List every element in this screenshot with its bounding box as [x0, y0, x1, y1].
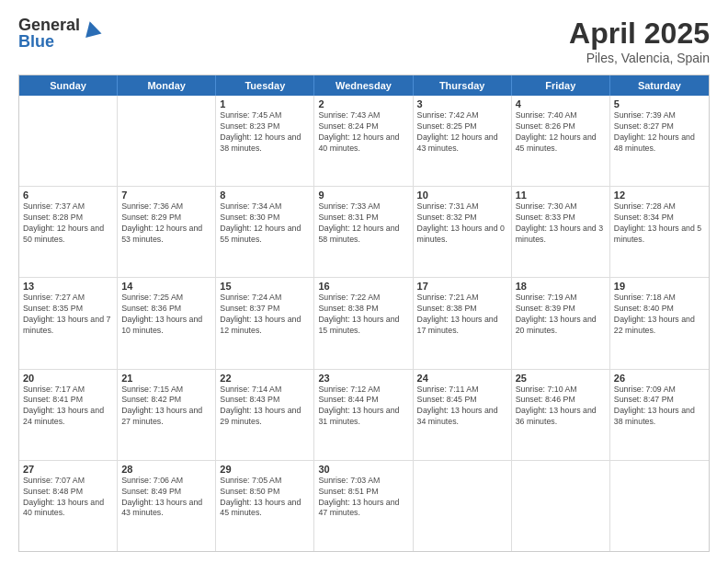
cell-info: Sunrise: 7:37 AMSunset: 8:28 PMDaylight:…: [23, 201, 113, 246]
cell-info: Sunrise: 7:40 AMSunset: 8:26 PMDaylight:…: [516, 110, 606, 155]
cell-info: Sunrise: 7:05 AMSunset: 8:50 PMDaylight:…: [220, 476, 310, 520]
cell-info: Sunrise: 7:17 AMSunset: 8:41 PMDaylight:…: [23, 385, 113, 429]
table-row: 26Sunrise: 7:09 AMSunset: 8:47 PMDayligh…: [610, 370, 709, 460]
cell-day: 28: [121, 464, 211, 475]
header-thursday: Thursday: [414, 75, 512, 96]
cell-info: Sunrise: 7:31 AMSunset: 8:32 PMDaylight:…: [417, 201, 507, 246]
cell-info: Sunrise: 7:39 AMSunset: 8:27 PMDaylight:…: [614, 110, 705, 155]
cal-week-5: 27Sunrise: 7:07 AMSunset: 8:48 PMDayligh…: [19, 460, 709, 551]
cell-info: Sunrise: 7:33 AMSunset: 8:31 PMDaylight:…: [318, 201, 408, 246]
calendar-header: Sunday Monday Tuesday Wednesday Thursday…: [19, 75, 709, 96]
title-sub: Piles, Valencia, Spain: [569, 51, 710, 65]
cell-day: 25: [516, 373, 606, 384]
cal-week-1: 1Sunrise: 7:45 AMSunset: 8:23 PMDaylight…: [19, 96, 709, 186]
cell-info: Sunrise: 7:24 AMSunset: 8:37 PMDaylight:…: [220, 293, 310, 337]
cell-day: 9: [318, 190, 408, 201]
cell-info: Sunrise: 7:22 AMSunset: 8:38 PMDaylight:…: [318, 293, 408, 337]
table-row: 15Sunrise: 7:24 AMSunset: 8:37 PMDayligh…: [216, 278, 314, 368]
table-row: 18Sunrise: 7:19 AMSunset: 8:39 PMDayligh…: [512, 278, 610, 368]
cell-day: 3: [417, 98, 507, 109]
cell-day: 19: [614, 281, 705, 292]
cell-day: 26: [614, 373, 705, 384]
cell-day: 30: [318, 464, 408, 475]
calendar-body: 1Sunrise: 7:45 AMSunset: 8:23 PMDaylight…: [19, 96, 709, 551]
logo-general: General: [18, 17, 80, 33]
table-row: 13Sunrise: 7:27 AMSunset: 8:35 PMDayligh…: [19, 278, 118, 368]
cell-info: Sunrise: 7:18 AMSunset: 8:40 PMDaylight:…: [614, 293, 705, 337]
table-row: 1Sunrise: 7:45 AMSunset: 8:23 PMDaylight…: [216, 96, 314, 186]
table-row: 11Sunrise: 7:30 AMSunset: 8:33 PMDayligh…: [512, 187, 610, 277]
svg-marker-0: [82, 19, 102, 38]
table-row: 10Sunrise: 7:31 AMSunset: 8:32 PMDayligh…: [414, 187, 512, 277]
cell-info: Sunrise: 7:03 AMSunset: 8:51 PMDaylight:…: [318, 476, 408, 520]
cell-day: 24: [417, 373, 507, 384]
table-row: 25Sunrise: 7:10 AMSunset: 8:46 PMDayligh…: [512, 370, 610, 460]
cell-info: Sunrise: 7:09 AMSunset: 8:47 PMDaylight:…: [614, 385, 705, 429]
header: General Blue April 2025 Piles, Valencia,…: [18, 17, 710, 65]
cell-day: 12: [614, 190, 705, 201]
table-row: 27Sunrise: 7:07 AMSunset: 8:48 PMDayligh…: [19, 461, 118, 551]
table-row: [118, 96, 216, 186]
header-sunday: Sunday: [19, 75, 118, 96]
cell-day: 1: [220, 98, 310, 109]
table-row: 8Sunrise: 7:34 AMSunset: 8:30 PMDaylight…: [216, 187, 314, 277]
cell-info: Sunrise: 7:11 AMSunset: 8:45 PMDaylight:…: [417, 385, 507, 429]
table-row: 23Sunrise: 7:12 AMSunset: 8:44 PMDayligh…: [314, 370, 413, 460]
cell-day: 23: [318, 373, 408, 384]
cell-info: Sunrise: 7:21 AMSunset: 8:38 PMDaylight:…: [417, 293, 507, 337]
table-row: [512, 461, 610, 551]
table-row: 14Sunrise: 7:25 AMSunset: 8:36 PMDayligh…: [118, 278, 216, 368]
table-row: [414, 461, 512, 551]
cell-info: Sunrise: 7:42 AMSunset: 8:25 PMDaylight:…: [417, 110, 507, 155]
table-row: 17Sunrise: 7:21 AMSunset: 8:38 PMDayligh…: [414, 278, 512, 368]
title-main: April 2025: [569, 17, 710, 51]
cell-day: 8: [220, 190, 310, 201]
table-row: 29Sunrise: 7:05 AMSunset: 8:50 PMDayligh…: [216, 461, 314, 551]
cell-day: 29: [220, 464, 310, 475]
calendar: Sunday Monday Tuesday Wednesday Thursday…: [18, 75, 710, 552]
cell-info: Sunrise: 7:14 AMSunset: 8:43 PMDaylight:…: [220, 385, 310, 429]
logo-text: General Blue: [18, 17, 80, 50]
table-row: 3Sunrise: 7:42 AMSunset: 8:25 PMDaylight…: [414, 96, 512, 186]
cell-day: 11: [516, 190, 606, 201]
cell-day: 20: [23, 373, 113, 384]
table-row: 4Sunrise: 7:40 AMSunset: 8:26 PMDaylight…: [512, 96, 610, 186]
cell-info: Sunrise: 7:43 AMSunset: 8:24 PMDaylight:…: [318, 110, 408, 155]
table-row: 28Sunrise: 7:06 AMSunset: 8:49 PMDayligh…: [118, 461, 216, 551]
table-row: 7Sunrise: 7:36 AMSunset: 8:29 PMDaylight…: [118, 187, 216, 277]
cell-day: 6: [23, 190, 113, 201]
cell-day: 7: [121, 190, 211, 201]
table-row: 20Sunrise: 7:17 AMSunset: 8:41 PMDayligh…: [19, 370, 118, 460]
table-row: 16Sunrise: 7:22 AMSunset: 8:38 PMDayligh…: [314, 278, 413, 368]
cell-day: 22: [220, 373, 310, 384]
cell-info: Sunrise: 7:45 AMSunset: 8:23 PMDaylight:…: [220, 110, 310, 155]
table-row: [19, 96, 118, 186]
cell-day: 14: [121, 281, 211, 292]
cell-info: Sunrise: 7:12 AMSunset: 8:44 PMDaylight:…: [318, 385, 408, 429]
table-row: 19Sunrise: 7:18 AMSunset: 8:40 PMDayligh…: [610, 278, 709, 368]
table-row: 22Sunrise: 7:14 AMSunset: 8:43 PMDayligh…: [216, 370, 314, 460]
table-row: 30Sunrise: 7:03 AMSunset: 8:51 PMDayligh…: [314, 461, 413, 551]
header-saturday: Saturday: [610, 75, 709, 96]
cell-info: Sunrise: 7:27 AMSunset: 8:35 PMDaylight:…: [23, 293, 113, 337]
cell-day: 13: [23, 281, 113, 292]
cell-day: 10: [417, 190, 507, 201]
table-row: 24Sunrise: 7:11 AMSunset: 8:45 PMDayligh…: [414, 370, 512, 460]
logo-icon: [82, 19, 102, 40]
cell-info: Sunrise: 7:25 AMSunset: 8:36 PMDaylight:…: [121, 293, 211, 337]
cell-info: Sunrise: 7:07 AMSunset: 8:48 PMDaylight:…: [23, 476, 113, 520]
table-row: 6Sunrise: 7:37 AMSunset: 8:28 PMDaylight…: [19, 187, 118, 277]
logo: General Blue: [18, 17, 102, 50]
logo-blue: Blue: [18, 33, 80, 50]
table-row: 9Sunrise: 7:33 AMSunset: 8:31 PMDaylight…: [314, 187, 413, 277]
cell-info: Sunrise: 7:28 AMSunset: 8:34 PMDaylight:…: [614, 201, 705, 246]
cell-day: 5: [614, 98, 705, 109]
cell-day: 18: [516, 281, 606, 292]
cell-info: Sunrise: 7:30 AMSunset: 8:33 PMDaylight:…: [516, 201, 606, 246]
cal-week-4: 20Sunrise: 7:17 AMSunset: 8:41 PMDayligh…: [19, 369, 709, 460]
cell-day: 27: [23, 464, 113, 475]
cal-week-2: 6Sunrise: 7:37 AMSunset: 8:28 PMDaylight…: [19, 186, 709, 277]
cell-day: 15: [220, 281, 310, 292]
cell-day: 2: [318, 98, 408, 109]
cell-day: 4: [516, 98, 606, 109]
